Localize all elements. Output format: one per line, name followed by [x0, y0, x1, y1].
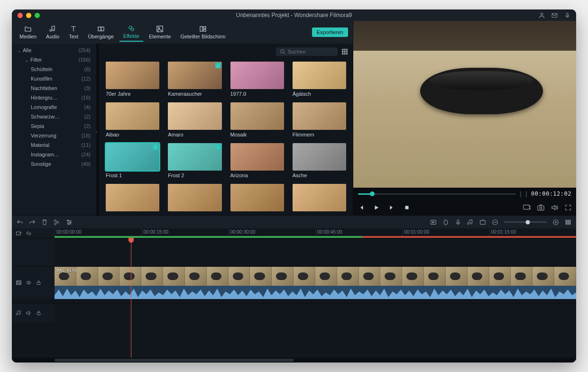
effect-item[interactable]: ↓Frost 2	[168, 143, 221, 178]
adjust-icon[interactable]	[66, 219, 73, 226]
video-clip[interactable]: IMG_6170	[55, 267, 576, 286]
quality-icon[interactable]	[523, 204, 531, 211]
effect-item[interactable]	[168, 184, 221, 213]
voiceover-icon[interactable]	[455, 219, 461, 226]
tab-text[interactable]: Text	[65, 23, 82, 41]
effect-item[interactable]: ↓Kamerasucher	[168, 62, 221, 97]
tab-medien[interactable]: Medien	[16, 23, 40, 41]
sidebar-item[interactable]: Sepia(2)	[12, 121, 96, 131]
undo-icon[interactable]	[17, 219, 23, 226]
lock-icon[interactable]	[36, 280, 42, 286]
sidebar-item[interactable]: Nachtleben(3)	[12, 83, 96, 93]
effect-item[interactable]: Flimmern	[293, 102, 346, 137]
sidebar-item[interactable]: Schwarzw…(2)	[12, 112, 96, 121]
mic-icon[interactable]	[564, 12, 570, 18]
tab-elemente[interactable]: Elemente	[145, 23, 175, 41]
snapshot-icon[interactable]	[537, 204, 544, 211]
effect-item[interactable]: Arizona	[230, 143, 284, 178]
svg-rect-36	[566, 219, 567, 225]
tab-split[interactable]: Geteilter Bildschirm	[176, 23, 229, 41]
brace-right-icon[interactable]: }	[525, 191, 527, 197]
volume-icon[interactable]	[551, 204, 558, 211]
next-frame-button[interactable]	[388, 204, 395, 211]
delete-icon[interactable]	[41, 219, 48, 226]
effect-item[interactable]: Aibao	[106, 102, 159, 137]
marker-icon[interactable]	[442, 219, 449, 226]
svg-rect-33	[480, 220, 486, 224]
sidebar-item[interactable]: Sonstige(49)	[12, 159, 96, 169]
effect-item[interactable]: Mosaik	[230, 102, 284, 137]
timeline-scrollbar[interactable]	[12, 358, 576, 363]
sidebar-splitter[interactable]	[96, 44, 99, 215]
track-manage-icon[interactable]	[565, 219, 571, 226]
zoom-slider[interactable]	[504, 221, 547, 223]
mail-icon[interactable]	[551, 12, 558, 18]
maximize-button[interactable]	[35, 13, 40, 18]
download-icon: ↓	[153, 144, 158, 150]
audio-track-row[interactable]	[12, 303, 576, 322]
visibility-icon[interactable]	[26, 280, 32, 286]
sidebar-item[interactable]: ⌄Alle(254)	[12, 45, 96, 55]
redo-icon[interactable]	[29, 219, 36, 226]
zoom-in-icon[interactable]	[552, 219, 559, 226]
svg-point-6	[131, 28, 134, 31]
zoom-out-icon[interactable]	[492, 219, 498, 226]
fullscreen-icon[interactable]	[565, 204, 571, 211]
preview-viewport[interactable]	[353, 21, 576, 188]
sidebar-item[interactable]: Verzerrung(18)	[12, 131, 96, 140]
search-box[interactable]	[276, 47, 338, 56]
prev-frame-button[interactable]	[358, 204, 365, 211]
audio-waveform[interactable]	[55, 286, 576, 299]
effect-item[interactable]	[293, 184, 346, 213]
svg-rect-11	[203, 29, 206, 31]
audio-mixer-icon[interactable]	[467, 219, 474, 226]
split-icon[interactable]	[54, 219, 60, 226]
brace-left-icon[interactable]: {	[520, 191, 522, 197]
play-button[interactable]	[373, 204, 380, 211]
effect-item[interactable]: Amaro	[168, 102, 221, 137]
playhead[interactable]	[131, 238, 131, 358]
sidebar-item[interactable]: Schütteln(8)	[12, 64, 96, 74]
minimize-button[interactable]	[26, 13, 31, 18]
export-frame-icon[interactable]	[479, 219, 486, 226]
effect-item[interactable]: 70er Jahre	[106, 62, 159, 97]
svg-rect-20	[344, 53, 346, 55]
svg-point-8	[158, 27, 160, 29]
window-controls	[12, 13, 40, 18]
effect-item[interactable]: 1977.0	[230, 62, 284, 97]
link-icon[interactable]	[26, 230, 32, 236]
effect-item[interactable]: ↓Frost 1	[106, 143, 159, 178]
effect-item[interactable]: Ägäisch	[293, 62, 346, 97]
grid-view-icon[interactable]	[341, 48, 348, 55]
sidebar-item[interactable]: Kunstfilm(12)	[12, 74, 96, 83]
mute-icon[interactable]	[26, 310, 32, 316]
video-track-row[interactable]: IMG_6170	[12, 266, 576, 299]
svg-point-28	[67, 220, 69, 221]
effect-item[interactable]: Asche	[293, 143, 346, 178]
svg-rect-38	[570, 219, 571, 225]
sidebar-item[interactable]: ⌄Filter(158)	[12, 55, 96, 64]
svg-rect-13	[342, 49, 344, 51]
effect-item[interactable]	[106, 184, 159, 213]
export-button[interactable]: Exportieren	[312, 27, 348, 37]
search-input[interactable]	[288, 49, 331, 54]
render-icon[interactable]	[430, 219, 437, 226]
tab-effekte[interactable]: Effekte	[119, 23, 143, 42]
sidebar-item[interactable]: Hintergru…(16)	[12, 93, 96, 102]
sidebar-item[interactable]: Instagram…(24)	[12, 150, 96, 159]
scrub-slider[interactable]	[358, 193, 516, 195]
stop-button[interactable]	[404, 204, 410, 211]
sidebar-item[interactable]: Lomografie(4)	[12, 102, 96, 112]
tab-uebergaenge[interactable]: Übergänge	[84, 23, 117, 41]
close-button[interactable]	[18, 13, 23, 18]
user-icon[interactable]	[539, 12, 545, 18]
app-window: Unbenanntes Projekt - Wondershare Filmor…	[12, 9, 576, 363]
timeline: 00:00:00:0000:00:15:0000:00:30:0000:00:4…	[12, 228, 576, 363]
lock-icon[interactable]	[36, 310, 42, 316]
effect-item[interactable]	[230, 184, 284, 213]
add-track-icon[interactable]	[16, 230, 22, 236]
timeline-ruler[interactable]: 00:00:00:0000:00:15:0000:00:30:0000:00:4…	[55, 228, 576, 238]
tab-audio[interactable]: Audio	[42, 23, 63, 41]
svg-rect-10	[203, 27, 206, 28]
sidebar-item[interactable]: Material(11)	[12, 140, 96, 150]
